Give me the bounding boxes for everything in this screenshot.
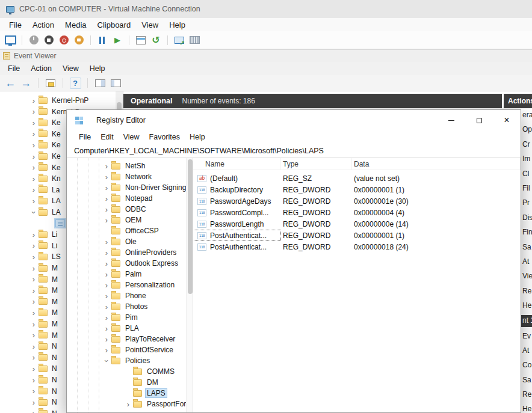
ev-menu-item-action[interactable]: Action <box>25 64 57 73</box>
vm-menu-item-view[interactable]: View <box>136 20 164 29</box>
save-state-icon[interactable] <box>72 34 85 47</box>
ev-menu-item-help[interactable]: Help <box>84 64 111 73</box>
chevron-right-icon[interactable] <box>103 206 110 213</box>
vm-menu-item-file[interactable]: File <box>4 20 27 29</box>
actions-item[interactable]: Vie <box>522 272 532 283</box>
chevron-right-icon[interactable] <box>30 97 37 105</box>
registry-tree-item[interactable]: NetSh <box>67 161 186 171</box>
actions-item[interactable]: Re <box>522 287 531 298</box>
chevron-right-icon[interactable] <box>30 265 37 272</box>
chevron-right-icon[interactable] <box>30 353 37 361</box>
ctrl-alt-del-icon[interactable] <box>4 34 17 47</box>
chevron-right-icon[interactable] <box>103 249 110 257</box>
chevron-right-icon[interactable] <box>30 399 37 406</box>
ev-window-titlebar[interactable]: Event Viewer <box>0 49 532 62</box>
re-address-bar[interactable]: Computer\HKEY_LOCAL_MACHINE\SOFTWARE\Mic… <box>67 144 521 158</box>
actions-item[interactable]: Cr <box>522 140 530 151</box>
actions-item[interactable]: Dis <box>522 213 532 224</box>
registry-tree-item[interactable]: DM <box>67 377 186 388</box>
re-menu-item-favorites[interactable]: Favorites <box>144 133 185 141</box>
chevron-right-icon[interactable] <box>30 331 37 339</box>
ev-menu-item-file[interactable]: File <box>2 64 25 73</box>
registry-tree-item[interactable]: Non-Driver Signing <box>67 182 186 193</box>
re-menu-item-help[interactable]: Help <box>185 133 210 141</box>
registry-value-row[interactable]: PasswordAgeDaysREG_DWORD0x0000001e (30) <box>193 195 521 207</box>
actions-item[interactable]: Op <box>522 125 532 136</box>
actions-item[interactable]: He <box>522 405 531 413</box>
actions-item[interactable]: Cl <box>522 170 529 180</box>
chevron-right-icon[interactable] <box>103 173 110 181</box>
registry-tree-item[interactable]: LAPS <box>67 388 186 399</box>
chevron-right-icon[interactable] <box>125 400 132 408</box>
chevron-right-icon[interactable] <box>30 186 37 194</box>
actions-item[interactable]: Pr <box>522 198 530 209</box>
chevron-right-icon[interactable] <box>30 108 37 115</box>
registry-tree-item[interactable]: Photos <box>67 301 186 312</box>
registry-tree-item[interactable]: OEM <box>67 215 186 225</box>
registry-value-row[interactable]: PasswordCompl...REG_DWORD0x00000004 (4) <box>193 207 521 218</box>
registry-tree-item[interactable]: OfficeCSP <box>67 225 186 236</box>
chevron-right-icon[interactable] <box>103 335 110 343</box>
chevron-right-icon[interactable] <box>30 153 37 161</box>
chevron-right-icon[interactable] <box>103 260 110 268</box>
chevron-right-icon[interactable] <box>30 175 37 183</box>
ev-tree-item[interactable]: Kernel-PnP <box>0 95 116 106</box>
start-icon[interactable] <box>27 34 40 47</box>
chevron-right-icon[interactable] <box>103 195 110 203</box>
help-icon[interactable] <box>69 76 82 90</box>
registry-tree-item[interactable]: Phone <box>67 290 186 301</box>
actions-item[interactable]: Re <box>522 390 531 401</box>
chevron-right-icon[interactable] <box>103 314 110 322</box>
customize-view-icon[interactable] <box>109 76 122 90</box>
chevron-down-icon[interactable] <box>103 357 111 364</box>
chevron-right-icon[interactable] <box>30 287 37 295</box>
show-hide-action-pane-icon[interactable] <box>93 76 107 90</box>
vm-menu-item-clipboard[interactable]: Clipboard <box>92 20 137 29</box>
registry-value-row[interactable]: PostAuthenticat...REG_DWORD0x00000001 (1… <box>193 230 521 241</box>
back-icon[interactable] <box>4 76 17 90</box>
chevron-right-icon[interactable] <box>30 387 37 395</box>
chevron-right-icon[interactable] <box>30 365 37 373</box>
registry-tree-item[interactable]: Network <box>67 171 186 182</box>
actions-item[interactable]: He <box>522 301 531 312</box>
actions-item[interactable]: At <box>522 257 529 268</box>
column-header-type[interactable]: Type <box>280 158 351 170</box>
registry-value-row[interactable]: (Default)REG_SZ(value not set) <box>193 173 521 184</box>
chevron-right-icon[interactable] <box>30 231 37 239</box>
turn-off-icon[interactable] <box>42 34 55 47</box>
chevron-right-icon[interactable] <box>103 238 110 246</box>
maximize-button[interactable] <box>465 110 493 130</box>
registry-value-row[interactable]: BackupDirectoryREG_DWORD0x00000001 (1) <box>193 184 521 195</box>
registry-tree-item[interactable]: Notepad <box>67 193 186 204</box>
registry-tree-item[interactable]: Outlook Express <box>67 258 186 269</box>
chevron-right-icon[interactable] <box>103 162 110 170</box>
registry-tree-item[interactable]: OnlineProviders <box>67 247 186 258</box>
actions-item[interactable]: Fin <box>522 228 532 239</box>
chevron-right-icon[interactable] <box>103 216 110 224</box>
vm-menu-item-action[interactable]: Action <box>27 20 60 29</box>
column-header-name[interactable]: Name <box>193 158 280 170</box>
registry-tree-item[interactable]: Policies <box>67 355 186 366</box>
chevron-right-icon[interactable] <box>30 164 37 171</box>
chevron-right-icon[interactable] <box>30 275 37 283</box>
registry-tree-item[interactable]: PointOfService <box>67 344 186 355</box>
chevron-right-icon[interactable] <box>30 298 37 305</box>
console-tree-icon[interactable] <box>44 76 57 90</box>
checkpoint-icon[interactable] <box>134 34 147 47</box>
close-button[interactable] <box>493 110 521 130</box>
actions-item[interactable]: erat... <box>522 111 532 121</box>
actions-item[interactable]: Im <box>522 154 530 165</box>
share-icon[interactable] <box>188 34 201 47</box>
actions-item[interactable]: At <box>522 346 529 357</box>
registry-tree-item[interactable]: Pim <box>67 312 186 323</box>
actions-section-header[interactable]: nt 1... <box>521 315 532 327</box>
enhanced-session-icon[interactable] <box>173 34 186 47</box>
re-menu-item-edit[interactable]: Edit <box>96 133 119 141</box>
chevron-right-icon[interactable] <box>30 242 37 249</box>
chevron-right-icon[interactable] <box>103 281 110 289</box>
vm-menu-item-media[interactable]: Media <box>60 20 91 29</box>
reset-icon[interactable] <box>111 34 124 47</box>
actions-item[interactable]: Co <box>522 361 531 372</box>
vm-menu-item-help[interactable]: Help <box>164 20 191 29</box>
chevron-right-icon[interactable] <box>30 119 37 127</box>
